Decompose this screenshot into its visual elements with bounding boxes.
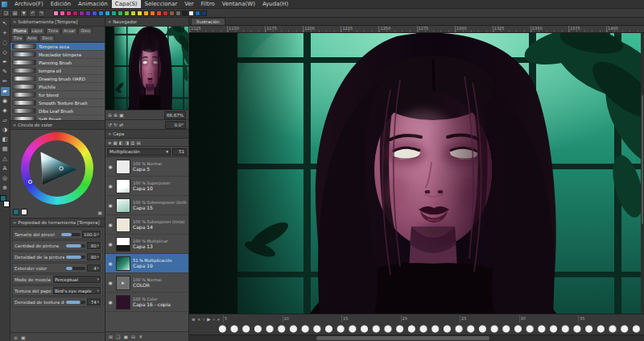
color-slider-icon[interactable]: ▣ (97, 210, 102, 215)
navigator-preview[interactable] (105, 27, 188, 110)
redo-icon[interactable]: ↷ (38, 10, 45, 17)
first-frame-icon[interactable]: « (198, 317, 200, 322)
color-swatch[interactable] (130, 10, 136, 16)
blend-mode-dropdown[interactable]: Multiplicación ▾ (107, 148, 171, 156)
color-swatch[interactable] (105, 10, 110, 16)
foreground-color-chip[interactable] (0, 195, 6, 202)
lock-pixel-icon[interactable]: ◨ (125, 140, 129, 145)
canvas-viewport[interactable] (189, 33, 644, 314)
ruler-layer-icon[interactable]: ▤ (136, 140, 140, 145)
zoom-value[interactable]: 66.67% (164, 111, 186, 119)
zoom-out-icon[interactable]: ⊖ (108, 112, 112, 118)
horizontal-scrollbar-thumb[interactable] (316, 336, 489, 340)
subtool-group-tab[interactable]: Óleo (78, 27, 92, 34)
subtool-group-tab[interactable]: Deco (39, 35, 55, 41)
blend-tool[interactable]: ◑ (1, 126, 10, 135)
rotate-right-icon[interactable]: ↻ (114, 122, 118, 127)
panel-menu-icon[interactable]: ≡ (13, 220, 16, 225)
tool-property-row[interactable]: Textura del papelBird's eye maple▾ (12, 285, 103, 296)
selection-tool[interactable]: ◌ (1, 39, 10, 48)
color-swatch[interactable] (111, 10, 117, 16)
next-frame-icon[interactable]: › (213, 317, 214, 322)
panel-menu-icon[interactable]: ≡ (108, 131, 111, 136)
brush-item[interactable]: Soft Brush (10, 115, 105, 120)
color-swatch[interactable] (201, 10, 207, 16)
layer-row[interactable]: ◉100 % MultiplicarCapa 13 (105, 235, 188, 254)
color-swatch[interactable] (92, 10, 97, 16)
delete-layer-icon[interactable]: ✕ (138, 334, 142, 339)
wand-tool[interactable]: ◇ (1, 48, 10, 57)
slider-track[interactable] (66, 256, 85, 259)
color-swatch[interactable] (163, 10, 168, 16)
vertical-scrollbar-thumb[interactable] (642, 95, 643, 224)
eraser-tool[interactable]: ▱ (1, 116, 10, 125)
undo-icon[interactable]: ↶ (29, 10, 36, 17)
color-swatch[interactable] (66, 10, 72, 16)
color-swatch[interactable] (79, 10, 85, 16)
canvas-tab[interactable]: Ilustración (191, 18, 225, 25)
color-swatch[interactable] (124, 10, 130, 16)
vertical-scrollbar[interactable] (641, 33, 644, 314)
airbrush-tool[interactable]: ◉ (1, 97, 10, 106)
color-swatch[interactable] (118, 10, 123, 16)
lock-layer-icon[interactable]: ◧ (119, 140, 123, 145)
new-folder-icon[interactable]: ❏ (116, 334, 120, 339)
layer-row[interactable]: ◉100 % Subexponer (tinta)Capa 14 (105, 215, 188, 235)
property-value[interactable]: 80▾ (87, 242, 101, 249)
move-tool[interactable]: + (1, 29, 10, 38)
layer-row[interactable]: ◉51 % MultiplicaciónCapa 19 (105, 254, 188, 273)
brush-item[interactable]: Témpera seca (10, 43, 105, 51)
property-dropdown[interactable]: Bird's eye maple▾ (53, 287, 101, 294)
menu-item[interactable]: Archivo(F) (11, 0, 47, 8)
fit-screen-icon[interactable]: ▣ (119, 112, 124, 118)
slider-track[interactable] (66, 301, 85, 304)
pen-tool[interactable]: ✎ (1, 68, 10, 77)
horizontal-scrollbar[interactable] (189, 335, 644, 341)
brush-item[interactable]: Dibs Leaf Brush (10, 107, 105, 115)
brush-item[interactable]: fur blend (10, 91, 105, 99)
brush-item[interactable]: Drawing brush HARD (10, 75, 105, 83)
brush-item[interactable]: tempra oil (10, 67, 105, 75)
color-swatch[interactable] (85, 10, 91, 16)
blend-grid-icon[interactable]: ▦ (114, 140, 118, 145)
text-tool[interactable]: A (1, 164, 10, 173)
menu-item[interactable]: Ver (181, 0, 196, 8)
current-color-chip[interactable] (13, 209, 19, 215)
save-file-icon[interactable]: ▼ (20, 10, 27, 17)
slider-track[interactable] (61, 233, 80, 236)
subtool-group-tab[interactable]: Acuar (61, 27, 77, 34)
new-file-icon[interactable]: ❏ (2, 10, 10, 17)
eye-icon[interactable]: ◉ (107, 183, 114, 189)
layer-row[interactable]: ◉▸100 % NormalCOLOR (105, 273, 188, 293)
tool-property-row[interactable]: Tamaño del pincel100.0▾ (12, 229, 103, 239)
layer-row[interactable]: ◉100 % ColorCapa 16 - copia (105, 293, 188, 312)
navigate-tool[interactable]: ⊕ (1, 184, 10, 193)
eye-icon[interactable]: ◉ (107, 202, 114, 208)
subtool-group-tab[interactable]: Lápiz (30, 27, 45, 34)
color-swatch[interactable] (169, 10, 175, 16)
color-chips[interactable] (0, 195, 10, 207)
menu-item[interactable]: Filtro (198, 0, 218, 8)
color-swatch[interactable] (60, 10, 65, 16)
last-frame-icon[interactable]: » (217, 317, 220, 322)
panel-menu-icon[interactable]: ≡ (13, 123, 16, 127)
tool-property-row[interactable]: Cantidad de pintura80▾ (12, 240, 103, 251)
sv-triangle[interactable] (31, 143, 83, 194)
slider-track[interactable] (66, 244, 85, 247)
eye-icon[interactable]: ◉ (107, 299, 114, 305)
play-icon[interactable]: ▶ (207, 317, 210, 322)
color-swatch[interactable] (98, 10, 104, 16)
color-swatch[interactable] (195, 10, 200, 16)
eye-icon[interactable]: ◉ (107, 222, 114, 227)
menu-item[interactable]: Capa(S) (112, 0, 141, 8)
fill-tool[interactable]: ◧ (1, 135, 10, 144)
color-swatch[interactable] (156, 10, 162, 16)
subtool-group-tab[interactable]: Tiza (11, 35, 24, 41)
tool-property-row[interactable]: Densidad de textura del papel74▾ (12, 297, 103, 307)
subtool-group-tab[interactable]: Tinta (46, 27, 60, 34)
panel-menu-icon[interactable]: ≡ (13, 19, 16, 24)
color-swatch[interactable] (182, 10, 188, 16)
menu-item[interactable]: Ventana(W) (219, 0, 258, 8)
layer-row[interactable]: ◉100 % NormalCapa 5 (105, 157, 188, 177)
property-add-icon[interactable]: ▣ (21, 335, 26, 340)
